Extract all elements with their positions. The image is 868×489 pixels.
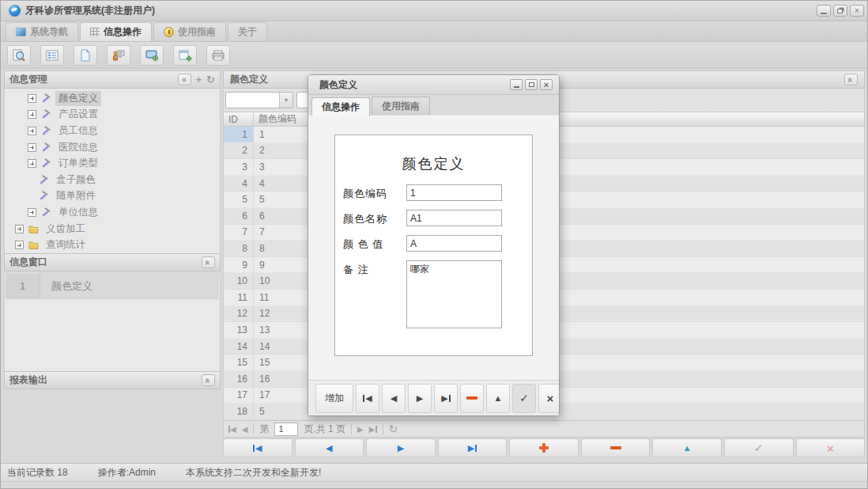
- tree-item-query-statistics[interactable]: 查询统计: [5, 237, 220, 253]
- add-record-button[interactable]: [509, 438, 579, 457]
- tab-user-guide[interactable]: 使用指南: [153, 22, 226, 41]
- tree-item-staff-info[interactable]: 员工信息: [5, 123, 220, 139]
- add-node-button[interactable]: +: [196, 74, 202, 85]
- dialog-edit-button[interactable]: ▲: [486, 384, 510, 413]
- close-button[interactable]: ×: [850, 5, 864, 17]
- cell-id: 2: [224, 143, 254, 159]
- cell-id: 15: [224, 354, 254, 370]
- tree-item-attachment[interactable]: 随单附件: [5, 188, 220, 205]
- collapse-panel-button[interactable]: «: [178, 74, 191, 85]
- dialog-tab-user-guide[interactable]: 使用指南: [372, 97, 430, 116]
- record-toolbar: ◀ ◀ ▶ ▶ ▲ ✓ ×: [223, 438, 865, 458]
- collapse-report-button[interactable]: «: [202, 374, 215, 386]
- expand-icon[interactable]: [28, 208, 36, 217]
- tree-label: 单位信息: [55, 205, 101, 220]
- dialog-title-bar[interactable]: 颜色定义 ×: [308, 75, 559, 95]
- cell-code: 1: [254, 127, 311, 142]
- refresh-grid-button[interactable]: ↻: [389, 423, 398, 435]
- cell-id: 1: [224, 127, 254, 142]
- field-label-name: 颜色名称: [343, 210, 406, 226]
- prev-page-button[interactable]: ◀: [242, 425, 248, 434]
- staff-button[interactable]: [107, 45, 130, 66]
- prev-record-button[interactable]: ◀: [295, 438, 364, 457]
- dialog-minimize-button[interactable]: [510, 79, 523, 90]
- cell-code: 10: [254, 273, 311, 289]
- dialog-confirm-button[interactable]: ✓: [512, 384, 536, 413]
- expand-icon[interactable]: [28, 127, 36, 135]
- document-button[interactable]: [74, 45, 97, 66]
- column-header-code[interactable]: 颜色编码: [254, 112, 311, 126]
- display-button[interactable]: [140, 45, 164, 66]
- dialog-delete-button[interactable]: [460, 384, 484, 413]
- cell-code: 3: [254, 159, 311, 175]
- edit-record-button[interactable]: ▲: [652, 438, 722, 457]
- confirm-button[interactable]: ✓: [724, 438, 794, 457]
- tree-item-hospital-info[interactable]: 医院信息: [5, 139, 220, 156]
- check-icon: ✓: [754, 442, 764, 454]
- collapse-info-window-button[interactable]: «: [202, 256, 215, 268]
- refresh-tree-button[interactable]: ↻: [206, 74, 215, 85]
- prev-record-icon: ◀: [326, 443, 332, 453]
- chevron-down-icon[interactable]: ▼: [279, 93, 292, 108]
- remark-field[interactable]: 哪家: [406, 260, 502, 328]
- dialog-maximize-button[interactable]: [525, 79, 538, 90]
- tree-item-box-color[interactable]: 盒子颜色: [5, 172, 220, 188]
- search-icon: [12, 48, 26, 63]
- minimize-button[interactable]: [817, 5, 831, 17]
- last-record-icon: ▶: [441, 393, 447, 404]
- dialog-cancel-button[interactable]: ×: [538, 384, 559, 413]
- tab-about[interactable]: 关于: [228, 22, 267, 41]
- expand-icon[interactable]: [15, 241, 24, 249]
- page-number-input[interactable]: [274, 423, 298, 436]
- dialog-prev-record-button[interactable]: ◀: [382, 384, 406, 413]
- tab-system-nav[interactable]: 系统导航: [6, 22, 78, 41]
- cancel-button[interactable]: ×: [796, 438, 866, 457]
- search-button[interactable]: [7, 45, 31, 66]
- dialog-last-record-button[interactable]: ▶: [434, 384, 458, 413]
- next-page-button[interactable]: ▶: [357, 425, 364, 434]
- expand-icon[interactable]: [28, 110, 36, 119]
- color-value-field[interactable]: [406, 235, 502, 252]
- list-item-color-definition[interactable]: 1 颜色定义: [6, 274, 219, 299]
- expand-icon[interactable]: [28, 94, 36, 103]
- tree-item-unit-info[interactable]: 单位信息: [5, 204, 220, 221]
- list-button[interactable]: [40, 45, 64, 66]
- expand-icon[interactable]: [15, 225, 24, 233]
- tree-item-denture-processing[interactable]: 义齿加工: [5, 221, 220, 237]
- tree-item-order-type[interactable]: 订单类型: [5, 155, 220, 172]
- collapse-main-panel-button[interactable]: «: [844, 74, 858, 85]
- dialog-first-record-button[interactable]: ◀: [356, 384, 379, 413]
- cell-code: 5: [254, 404, 311, 419]
- print-button[interactable]: [206, 45, 230, 66]
- cell-id: 18: [224, 404, 254, 419]
- color-definition-form: 颜色定义 颜色编码 颜色名称 颜 色 值 备 注 哪家: [334, 135, 533, 356]
- color-code-field[interactable]: [406, 184, 502, 201]
- expand-icon[interactable]: [28, 143, 36, 152]
- last-record-button[interactable]: ▶: [438, 438, 508, 457]
- plus-icon: +: [196, 74, 202, 85]
- cell-code: 11: [254, 290, 311, 305]
- dialog-tab-info-operation[interactable]: 信息操作: [311, 97, 370, 116]
- cell-id: 6: [224, 208, 254, 224]
- dialog-title: 颜色定义: [319, 78, 357, 92]
- tree-item-product-settings[interactable]: 产品设置: [5, 107, 220, 123]
- list-item-label: 颜色定义: [40, 279, 92, 294]
- color-name-field[interactable]: [406, 210, 502, 226]
- last-page-button[interactable]: ▶: [369, 425, 377, 434]
- add-window-button[interactable]: [173, 45, 197, 66]
- tab-info-operation[interactable]: 信息操作: [80, 22, 152, 41]
- color-definition-dialog: 颜色定义 × 信息操作 使用指南 颜色定义 颜色编码 颜色名称: [308, 74, 560, 416]
- next-record-button[interactable]: ▶: [366, 438, 436, 457]
- delete-record-button[interactable]: [581, 438, 651, 457]
- tree-label: 颜色定义: [55, 91, 101, 106]
- tree-item-color-definition[interactable]: 颜色定义: [5, 90, 220, 107]
- first-record-button[interactable]: ◀: [223, 438, 292, 457]
- expand-icon[interactable]: [28, 159, 36, 168]
- dialog-close-button[interactable]: ×: [540, 79, 553, 90]
- add-button[interactable]: 增加: [315, 384, 353, 413]
- filter-combo[interactable]: ▼: [225, 92, 293, 108]
- first-page-button[interactable]: ◀: [228, 425, 236, 434]
- restore-button[interactable]: [833, 5, 847, 17]
- column-header-id[interactable]: ID: [224, 112, 254, 126]
- dialog-next-record-button[interactable]: ▶: [408, 384, 432, 413]
